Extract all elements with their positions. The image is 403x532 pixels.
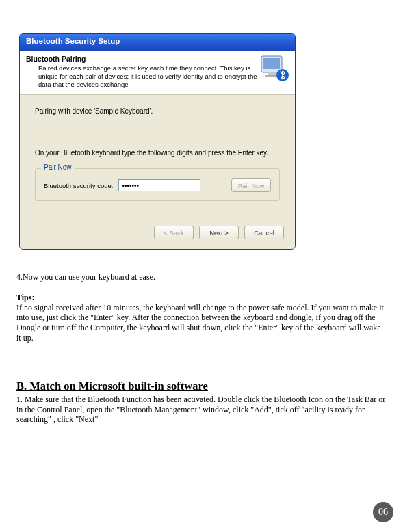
- dialog-header-panel: Bluetooth Pairing Paired devices exchang…: [20, 51, 295, 95]
- dialog-footer: < Back Next > Cancel: [20, 217, 295, 249]
- dialog-titlebar[interactable]: Bluetooth Security Setup: [20, 34, 295, 51]
- svg-rect-2: [268, 72, 276, 75]
- tips-block: Tips: If no signal received after 10 min…: [16, 293, 386, 343]
- section-b: B. Match on Microsoft built-in software …: [16, 380, 386, 425]
- instruction-text: On your Bluetooth keyboard type the foll…: [35, 149, 280, 158]
- pair-now-fieldset: Pair Now Bluetooth security code: Pair N…: [35, 168, 280, 201]
- cancel-button[interactable]: Cancel: [244, 226, 284, 239]
- tips-body: If no signal received after 10 minutes, …: [16, 303, 384, 343]
- back-button[interactable]: < Back: [154, 226, 194, 239]
- svg-rect-1: [263, 58, 280, 69]
- bluetooth-monitor-icon: [261, 55, 289, 83]
- pair-now-button[interactable]: Pair Now: [231, 178, 271, 192]
- page-number: 06: [378, 507, 388, 518]
- step-4-text: 4.Now you can use your keyboard at ease.: [16, 272, 386, 282]
- header-description: Paired devices exchange a secret key eac…: [26, 64, 289, 89]
- header-title: Bluetooth Pairing: [26, 55, 289, 63]
- next-button[interactable]: Next >: [199, 226, 239, 239]
- security-code-input[interactable]: [118, 179, 200, 191]
- page-number-badge: 06: [373, 502, 393, 522]
- bluetooth-security-dialog: Bluetooth Security Setup Bluetooth Pairi…: [19, 33, 296, 250]
- dialog-title: Bluetooth Security Setup: [26, 37, 120, 45]
- dialog-body: Pairing with device 'Sample Keyboard'. O…: [20, 95, 295, 218]
- fieldset-legend: Pair Now: [41, 163, 75, 171]
- section-b-body: 1. Make sure that the Bluetooth Function…: [16, 395, 386, 425]
- tips-label: Tips:: [16, 293, 34, 302]
- pairing-status-text: Pairing with device 'Sample Keyboard'.: [35, 107, 280, 115]
- security-code-label: Bluetooth security code:: [44, 182, 113, 189]
- section-b-title: B. Match on Microsoft built-in software: [16, 380, 386, 393]
- svg-rect-3: [265, 75, 278, 77]
